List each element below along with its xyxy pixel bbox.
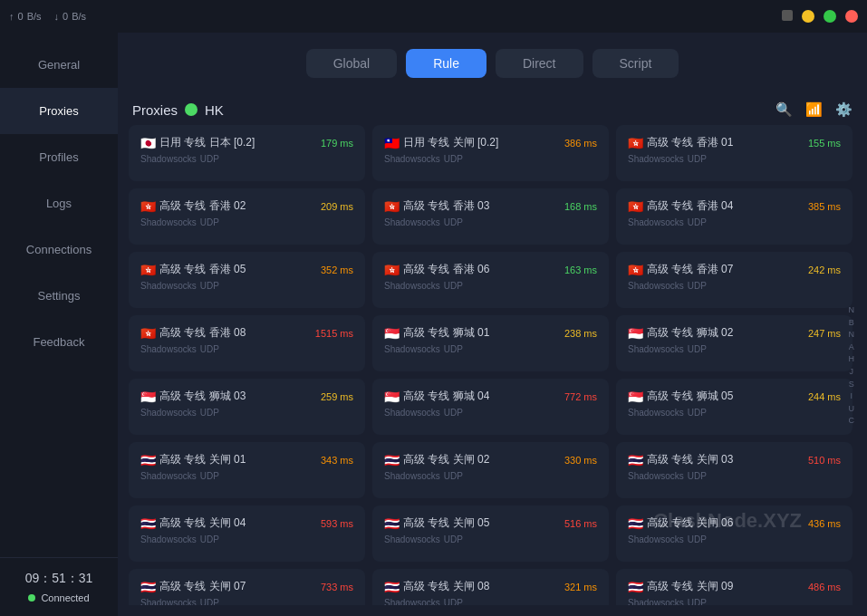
nav-script-button[interactable]: Script [592, 49, 679, 78]
proxy-card[interactable]: 🇭🇰 高级 专线 香港 04 385 ms Shadowsocks UDP [616, 188, 853, 245]
alpha-letter[interactable]: I [850, 390, 853, 402]
proxy-name-text: 高级 专线 关闸 01 [159, 452, 246, 467]
proxy-card[interactable]: 🇹🇭 高级 专线 关闸 02 330 ms Shadowsocks UDP [372, 442, 609, 498]
proxy-name-text: 高级 专线 关闸 07 [159, 579, 246, 594]
proxy-card[interactable]: 🇭🇰 高级 专线 香港 06 163 ms Shadowsocks UDP [372, 252, 609, 308]
proxy-flag: 🇹🇭 [384, 453, 400, 467]
proxy-flag: 🇭🇰 [140, 326, 156, 341]
maximize-button[interactable] [824, 10, 836, 23]
proxy-latency: 259 ms [321, 391, 353, 402]
proxy-flag: 🇸🇬 [628, 326, 643, 341]
proxy-protocol: UDP [444, 534, 463, 544]
pin-button[interactable]: 📌 [782, 10, 793, 21]
proxy-card[interactable]: 🇹🇭 高级 专线 关闸 01 343 ms Shadowsocks UDP [129, 442, 365, 498]
close-button[interactable] [845, 10, 858, 23]
proxy-card[interactable]: 🇸🇬 高级 专线 狮城 05 244 ms Shadowsocks UDP [616, 379, 853, 435]
proxy-card[interactable]: 🇸🇬 高级 专线 狮城 02 247 ms Shadowsocks UDP [616, 315, 853, 371]
sidebar-item-feedback[interactable]: Feedback [0, 319, 118, 365]
alpha-letter[interactable]: H [849, 353, 855, 365]
minimize-button[interactable] [802, 10, 814, 23]
proxy-latency: 209 ms [321, 201, 353, 212]
proxy-card[interactable]: 🇹🇭 高级 专线 关闸 08 321 ms Shadowsocks UDP [372, 569, 609, 605]
proxy-card[interactable]: 🇹🇭 高级 专线 关闸 03 510 ms Shadowsocks UDP [616, 442, 853, 498]
sidebar-item-logs[interactable]: Logs [0, 180, 118, 226]
alpha-letter[interactable]: C [849, 415, 855, 427]
proxy-card[interactable]: 🇸🇬 高级 专线 狮城 03 259 ms Shadowsocks UDP [129, 379, 365, 435]
proxy-name-text: 高级 专线 香港 04 [647, 198, 733, 214]
proxy-name-text: 高级 专线 香港 05 [159, 262, 246, 277]
proxy-protocol: UDP [200, 471, 219, 481]
sidebar-item-profiles[interactable]: Profiles [0, 134, 118, 180]
search-icon[interactable]: 🔍 [775, 101, 793, 118]
nav-rule-button[interactable]: Rule [406, 49, 486, 78]
proxies-icons: 🔍 📶 ⚙️ [775, 101, 853, 118]
proxy-latency: 352 ms [321, 265, 353, 275]
proxy-name-text: 高级 专线 狮城 02 [647, 325, 733, 341]
proxy-protocol: UDP [688, 344, 707, 354]
sidebar-item-proxies[interactable]: Proxies [0, 88, 118, 134]
proxy-protocol: UDP [688, 154, 707, 164]
alpha-letter[interactable]: A [849, 341, 854, 352]
proxies-header: Proxies HK 🔍 📶 ⚙️ [129, 94, 856, 125]
proxy-name-text: 高级 专线 关闸 02 [403, 452, 489, 467]
proxy-card[interactable]: 🇭🇰 高级 专线 香港 02 209 ms Shadowsocks UDP [129, 188, 365, 245]
proxy-card[interactable]: 🇭🇰 高级 专线 香港 01 155 ms Shadowsocks UDP [616, 125, 853, 181]
proxy-name-text: 高级 专线 狮城 03 [159, 389, 246, 404]
proxy-type: Shadowsocks [384, 344, 440, 354]
nav-direct-button[interactable]: Direct [496, 49, 583, 78]
proxy-latency: 330 ms [564, 455, 597, 466]
alpha-letter[interactable]: N [849, 329, 855, 341]
titlebar: ↑ 0 B/s ↓ 0 B/s 📌 [0, 0, 867, 33]
stats: ↑ 0 B/s ↓ 0 B/s [9, 11, 86, 22]
proxy-flag: 🇹🇭 [140, 516, 156, 531]
proxy-card[interactable]: 🇸🇬 高级 专线 狮城 01 238 ms Shadowsocks UDP [372, 315, 609, 371]
proxies-title-text: Proxies [132, 102, 178, 118]
proxy-latency: 436 ms [808, 518, 841, 529]
nav-global-button[interactable]: Global [306, 49, 397, 78]
proxy-card[interactable]: 🇯🇵 日用 专线 日本 [0.2] 179 ms Shadowsocks UDP [129, 125, 365, 181]
alpha-letter[interactable]: U [849, 402, 855, 414]
proxy-type: Shadowsocks [628, 598, 684, 605]
proxy-flag: 🇹🇭 [140, 580, 156, 594]
proxy-protocol: UDP [688, 217, 707, 227]
proxy-latency: 244 ms [808, 391, 841, 402]
proxy-card[interactable]: 🇹🇭 高级 专线 关闸 09 486 ms Shadowsocks UDP [616, 569, 853, 605]
proxy-card[interactable]: 🇹🇭 高级 专线 关闸 05 516 ms Shadowsocks UDP [372, 505, 609, 562]
proxy-card[interactable]: 🇭🇰 高级 专线 香港 03 168 ms Shadowsocks UDP [372, 188, 609, 245]
proxy-protocol: UDP [444, 154, 463, 164]
alpha-letter[interactable]: S [849, 378, 854, 390]
proxy-name-text: 日用 专线 日本 [0.2] [159, 135, 255, 150]
proxy-type: Shadowsocks [384, 217, 440, 227]
proxy-card[interactable]: 🇹🇼 日用 专线 关闸 [0.2] 386 ms Shadowsocks UDP [372, 125, 609, 181]
proxy-name-text: 高级 专线 关闸 05 [403, 515, 489, 531]
proxy-card[interactable]: 🇭🇰 高级 专线 香港 07 242 ms Shadowsocks UDP [616, 252, 853, 308]
proxy-active-dot [185, 103, 197, 116]
proxy-type: Shadowsocks [140, 471, 197, 481]
settings-icon[interactable]: ⚙️ [835, 101, 853, 118]
proxy-latency: 247 ms [808, 328, 841, 339]
proxy-name-text: 高级 专线 狮城 04 [403, 389, 489, 404]
sidebar-item-connections[interactable]: Connections [0, 226, 118, 273]
proxy-latency: 510 ms [808, 455, 841, 466]
proxy-card[interactable]: 🇹🇭 高级 专线 关闸 04 593 ms Shadowsocks UDP [129, 505, 365, 562]
proxy-card[interactable]: 🇭🇰 高级 专线 香港 05 352 ms Shadowsocks UDP [129, 252, 365, 308]
proxy-card[interactable]: 🇭🇰 高级 专线 香港 08 1515 ms Shadowsocks UDP [129, 315, 365, 371]
proxy-flag: 🇭🇰 [384, 199, 400, 214]
proxy-type: Shadowsocks [384, 534, 440, 544]
sidebar-item-settings[interactable]: Settings [0, 273, 118, 319]
sidebar-item-general[interactable]: General [0, 42, 118, 88]
proxy-card[interactable]: 🇹🇭 高级 专线 关闸 07 733 ms Shadowsocks UDP [129, 569, 365, 605]
proxy-protocol: UDP [444, 217, 463, 227]
alpha-letter[interactable]: N [849, 304, 855, 316]
top-nav: Global Rule Direct Script [118, 33, 867, 94]
proxy-name-text: 高级 专线 狮城 05 [647, 389, 733, 404]
proxy-flag: 🇹🇭 [628, 580, 643, 594]
proxy-card[interactable]: 🇹🇭 高级 专线 关闸 06 436 ms Shadowsocks UDP [616, 505, 853, 562]
content-area: Global Rule Direct Script Proxies HK 🔍 📶… [118, 33, 867, 616]
proxy-flag: 🇹🇭 [384, 580, 400, 594]
proxy-card[interactable]: 🇸🇬 高级 专线 狮城 04 772 ms Shadowsocks UDP [372, 379, 609, 435]
wifi-icon[interactable]: 📶 [805, 101, 823, 118]
alpha-letter[interactable]: B [849, 316, 854, 328]
proxy-protocol: UDP [444, 598, 463, 605]
alpha-letter[interactable]: J [850, 366, 854, 378]
